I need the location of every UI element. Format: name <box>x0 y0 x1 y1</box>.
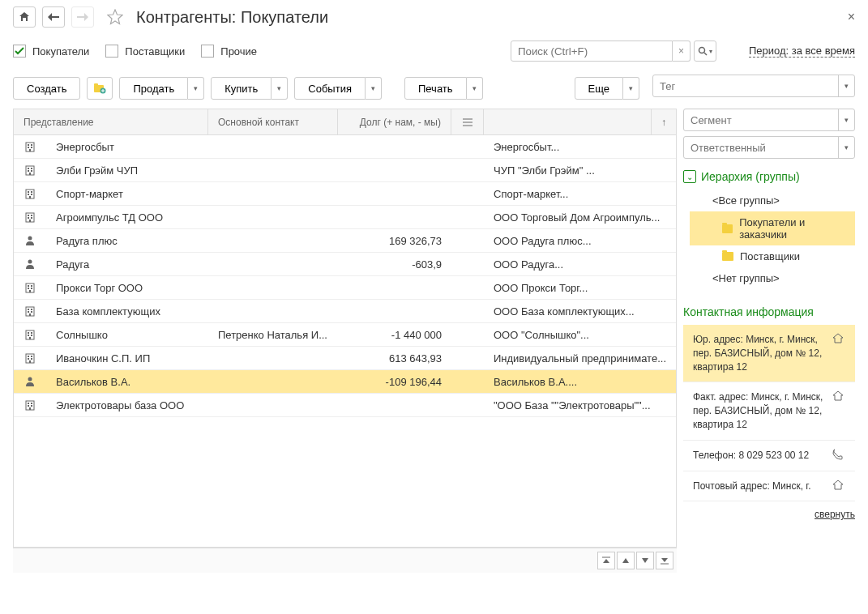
page-last-button[interactable] <box>656 552 673 569</box>
print-button[interactable]: Печать <box>404 77 467 100</box>
page-next-button[interactable] <box>636 552 654 569</box>
table-row[interactable]: Элби Грэйм ЧУП ЧУП "Элби Грэйм" ... <box>14 159 676 182</box>
table-row[interactable]: Электротовары база ООО "ООО База ""Элект… <box>14 394 676 417</box>
table-row[interactable]: Васильков В.А. -109 196,44 Васильков В.А… <box>14 370 676 394</box>
table-row[interactable]: Иваночкин С.П. ИП 613 643,93 Индивидуаль… <box>14 347 676 370</box>
responsible-dropdown[interactable]: ▾ <box>838 137 854 158</box>
svg-rect-9 <box>28 144 29 146</box>
responsible-filter[interactable] <box>684 142 838 154</box>
row-contact <box>208 370 338 393</box>
contact-item[interactable]: Юр. адрес: Минск, г. Минск, пер. БАЗИСНЫ… <box>683 325 855 382</box>
tag-dropdown[interactable]: ▾ <box>838 75 854 96</box>
tree-suppliers[interactable]: Поставщики <box>690 245 855 267</box>
more-button[interactable]: Еще <box>575 77 623 100</box>
tree-all-groups[interactable]: <Все группы> <box>690 190 855 211</box>
row-list <box>451 229 484 252</box>
contact-text: Юр. адрес: Минск, г. Минск, пер. БАЗИСНЫ… <box>693 333 826 373</box>
folder-icon <box>722 252 733 261</box>
contact-item[interactable]: Почтовый адрес: Минск, г. <box>683 471 855 502</box>
svg-rect-12 <box>31 147 32 148</box>
svg-rect-56 <box>31 358 32 360</box>
table-row[interactable]: Спорт-маркет Спорт-маркет... <box>14 182 676 206</box>
segment-filter[interactable] <box>684 114 838 126</box>
row-debt: 613 643,93 <box>338 347 451 369</box>
favorite-button[interactable] <box>107 9 123 25</box>
collapse-link[interactable]: свернуть <box>815 509 855 520</box>
sort-icon: ↑ <box>661 117 666 128</box>
folder-icon <box>722 224 733 233</box>
events-button[interactable]: События <box>294 77 366 100</box>
search-input[interactable] <box>511 41 673 62</box>
row-list <box>451 182 484 205</box>
row-debt <box>338 206 451 228</box>
chevron-down-icon: ▾ <box>629 84 633 92</box>
svg-rect-10 <box>31 144 32 146</box>
column-debt[interactable]: Долг (+ нам, - мы) <box>338 109 451 134</box>
page-prev-button[interactable] <box>617 552 635 569</box>
row-description: ООО Радуга плюс... <box>484 229 676 252</box>
svg-rect-64 <box>29 407 31 410</box>
sell-dropdown[interactable]: ▾ <box>188 77 204 100</box>
buy-dropdown[interactable]: ▾ <box>272 77 288 100</box>
table-row[interactable]: Радуга плюс 169 326,73 ООО Радуга плюс..… <box>14 229 676 253</box>
hierarchy-header[interactable]: ⌄ Иерархия (группы) <box>683 164 855 190</box>
search-clear-button[interactable]: × <box>673 41 691 62</box>
row-name: Прокси Торг ООО <box>46 276 208 299</box>
column-sort[interactable]: ↑ <box>652 109 676 134</box>
more-dropdown[interactable]: ▾ <box>623 77 639 100</box>
chevron-down-icon: ▾ <box>844 82 849 90</box>
tree-buyers[interactable]: Покупатели и заказчики <box>690 211 855 245</box>
close-button[interactable]: × <box>848 10 855 24</box>
filter-suppliers-label: Поставщики <box>125 45 185 58</box>
events-dropdown[interactable]: ▾ <box>366 77 382 100</box>
create-group-button[interactable] <box>87 77 113 100</box>
filter-suppliers[interactable]: Поставщики <box>105 45 185 58</box>
row-description: "ООО База ""Электротовары""... <box>484 394 676 416</box>
row-type-icon <box>14 323 46 346</box>
chevron-down-icon: ▾ <box>371 84 375 92</box>
create-button[interactable]: Создать <box>13 77 80 100</box>
svg-rect-51 <box>29 337 31 339</box>
buy-button[interactable]: Купить <box>211 77 272 100</box>
svg-point-32 <box>28 237 32 241</box>
column-description[interactable] <box>484 109 652 134</box>
print-dropdown[interactable]: ▾ <box>467 77 483 100</box>
forward-button[interactable] <box>71 6 94 28</box>
svg-rect-49 <box>28 335 29 336</box>
table-row[interactable]: Агроимпульс ТД ООО ООО Торговый Дом Агро… <box>14 206 676 229</box>
column-list[interactable] <box>451 109 484 134</box>
svg-rect-19 <box>29 173 31 175</box>
search-settings-button[interactable]: ▾ <box>694 41 716 62</box>
svg-rect-18 <box>31 170 32 172</box>
tag-filter[interactable] <box>653 80 838 92</box>
segment-dropdown[interactable]: ▾ <box>838 109 854 130</box>
row-name: Солнышко <box>46 323 208 346</box>
column-contact[interactable]: Основной контакт <box>208 109 338 134</box>
table-row[interactable]: Энергосбыт Энергосбыт... <box>14 135 676 159</box>
filter-buyers[interactable]: Покупатели <box>13 45 89 58</box>
row-type-icon <box>14 276 46 299</box>
svg-rect-21 <box>28 191 29 193</box>
back-button[interactable] <box>42 6 65 28</box>
svg-rect-39 <box>29 290 31 292</box>
table-row[interactable]: Радуга -603,9 ООО Радуга... <box>14 253 676 276</box>
svg-rect-41 <box>28 309 29 310</box>
row-type-icon <box>14 300 46 322</box>
contact-item[interactable]: Факт. адрес: Минск, г. Минск, пер. БАЗИС… <box>683 382 855 440</box>
page-title: Контрагенты: Покупатели <box>136 8 328 27</box>
table-row[interactable]: Прокси Торг ООО ООО Прокси Торг... <box>14 276 676 300</box>
svg-rect-54 <box>31 356 32 357</box>
tree-no-group[interactable]: <Нет группы> <box>690 267 855 289</box>
table-row[interactable]: Солнышко Петренко Наталья И... -1 440 00… <box>14 323 676 347</box>
page-first-button[interactable] <box>597 552 615 569</box>
row-debt: -603,9 <box>338 253 451 275</box>
row-list <box>451 253 484 275</box>
contact-item[interactable]: Телефон: 8 029 523 00 12 <box>683 441 855 471</box>
period-selector[interactable]: Период: за все время <box>749 45 855 58</box>
filter-others[interactable]: Прочие <box>201 45 257 58</box>
home-button[interactable] <box>13 6 36 28</box>
column-name[interactable]: Представление <box>14 109 208 134</box>
svg-rect-36 <box>31 285 32 287</box>
table-row[interactable]: База комплектующих ООО База комплектующи… <box>14 300 676 323</box>
sell-button[interactable]: Продать <box>119 77 188 100</box>
